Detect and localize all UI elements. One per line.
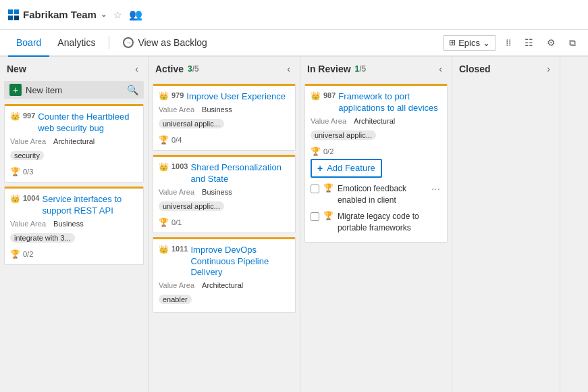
list-item: 🏆Migrate legacy code to portable framewo… [311, 208, 442, 237]
column-title-text-active: Active [155, 64, 184, 74]
crown-icon: 👑 [159, 91, 169, 101]
card-footer: 🏆0/2 [10, 249, 138, 259]
logo-icon [8, 9, 19, 20]
value-area-value: Business [53, 220, 84, 228]
new-item-bar: +New item🔍 [4, 81, 144, 99]
feature-item-text[interactable]: Migrate legacy code to portable framewor… [338, 211, 442, 234]
settings-columns-icon[interactable]: ⁞⁞ [502, 34, 515, 51]
gear-icon[interactable]: ⚙ [543, 34, 560, 51]
crown-icon: 👑 [311, 91, 321, 101]
trophy-icon: 🏆 [10, 167, 20, 176]
nav-board[interactable]: Board [8, 30, 49, 57]
value-area-label: Value Area [10, 137, 46, 145]
feature-checkbox[interactable] [311, 212, 319, 221]
column-collapse-active[interactable]: ‹ [284, 62, 293, 76]
card-tag[interactable]: integrate with 3... [10, 233, 75, 243]
trophy-score: 0/2 [323, 147, 333, 155]
value-area-value: Architectural [202, 281, 243, 289]
card-footer: 🏆0/4 [159, 135, 290, 145]
table-row: 👑1011Improve DevOps Continuous Pipeline … [153, 237, 296, 314]
add-feature-button[interactable]: +Add Feature [311, 159, 382, 178]
card-id: 1004 [23, 194, 39, 202]
column-header-new: New‹ [0, 57, 148, 81]
app-header: Fabrikam Team ⌄ ☆ 👥 [0, 0, 588, 30]
card-meta: Value Area Business [159, 188, 290, 196]
column-new: New‹+New item🔍👑997Counter the Heartbleed… [0, 57, 149, 392]
card-title[interactable]: Counter the Heartbleed web security bug [38, 112, 138, 134]
cards-area-active: 👑979Improve User ExperienceValue Area Bu… [149, 81, 300, 392]
table-row: 👑979Improve User ExperienceValue Area Bu… [153, 84, 296, 151]
value-area-value: Business [202, 105, 232, 114]
feature-item-text[interactable]: Emoticon feedback enabled in client [338, 183, 426, 206]
card-tag[interactable]: security [10, 151, 44, 160]
feature-trophy-icon: 🏆 [323, 183, 333, 193]
search-icon[interactable]: 🔍 [127, 84, 138, 95]
trophy-icon: 🏆 [10, 249, 20, 259]
new-item-label: New item [26, 85, 62, 95]
nav-view-as-backlog[interactable]: View as Backlog [115, 37, 215, 48]
card-title[interactable]: Improve DevOps Continuous Pipeline Deliv… [190, 245, 290, 279]
column-title-text-closed: Closed [459, 64, 491, 74]
card-title[interactable]: Service interfaces to support REST API [42, 194, 138, 217]
nav-analytics[interactable]: Analytics [49, 30, 103, 57]
user-icon[interactable]: 👥 [129, 8, 142, 21]
card-id: 1003 [171, 162, 188, 170]
column-title-active: Active3/5 [155, 64, 199, 74]
column-title-new: New [7, 64, 26, 74]
list-item: 🏆Emoticon feedback enabled in client··· [311, 180, 442, 209]
cards-area-closed [452, 81, 560, 392]
card-meta: Value Area Architectural [10, 137, 138, 145]
column-title-inreview: In Review1/5 [307, 64, 366, 74]
feature-checkbox[interactable] [311, 185, 319, 193]
crown-icon: 👑 [10, 112, 20, 121]
backlog-icon [123, 37, 134, 48]
add-feature-label: Add Feature [327, 163, 375, 173]
column-collapse-new[interactable]: ‹ [132, 62, 141, 76]
column-title-text-new: New [7, 64, 26, 74]
favorite-icon[interactable]: ☆ [113, 9, 122, 20]
more-options-icon[interactable]: ··· [430, 183, 442, 195]
team-logo[interactable]: Fabrikam Team ⌄ [8, 9, 107, 20]
card-title[interactable]: Shared Personalization and State [190, 162, 290, 185]
card-title[interactable]: Framework to port applications to all de… [338, 91, 442, 114]
value-area-label: Value Area [159, 281, 194, 289]
card-header-1003: 👑1003Shared Personalization and State [159, 162, 290, 185]
toolbar-right: ⊞ Epics ⌄ ⁞⁞ ☷ ⚙ ⧉ [443, 34, 580, 51]
plus-icon: + [9, 84, 22, 96]
table-row: 👑997Counter the Heartbleed web security … [4, 104, 144, 182]
card-tag[interactable]: universal applic... [311, 130, 376, 140]
value-area-label: Value Area [311, 117, 346, 125]
epics-button[interactable]: ⊞ Epics ⌄ [443, 35, 496, 51]
column-title-text-inreview: In Review [307, 64, 351, 74]
column-collapse-closed[interactable]: › [544, 62, 553, 76]
column-header-active: Active3/5‹ [149, 57, 300, 81]
card-title[interactable]: Improve User Experience [186, 91, 286, 103]
table-row: 👑987Framework to port applications to al… [304, 84, 448, 243]
navigation-bar: Board Analytics View as Backlog ⊞ Epics … [0, 30, 588, 57]
trophy-score: 0/2 [23, 250, 33, 258]
card-tag[interactable]: universal applic... [159, 119, 224, 128]
expand-icon[interactable]: ⧉ [565, 34, 580, 51]
column-count-active: 3/5 [188, 64, 199, 74]
card-footer: 🏆0/1 [159, 218, 290, 227]
column-collapse-inreview[interactable]: ‹ [436, 62, 445, 76]
table-row: 👑1003Shared Personalization and StateVal… [153, 155, 296, 233]
value-area-label: Value Area [159, 188, 194, 196]
card-id: 987 [323, 91, 336, 99]
column-closed: Closed› [452, 57, 560, 392]
card-tag[interactable]: universal applic... [159, 201, 224, 211]
filter-icon[interactable]: ☷ [520, 34, 537, 51]
new-item-button[interactable]: +New item [9, 84, 62, 96]
crown-icon: 👑 [159, 162, 169, 172]
card-tag[interactable]: enabler [159, 295, 192, 304]
kanban-board: New‹+New item🔍👑997Counter the Heartbleed… [0, 57, 588, 392]
card-header-1011: 👑1011Improve DevOps Continuous Pipeline … [159, 245, 290, 279]
column-title-closed: Closed [459, 64, 491, 74]
cards-area-new: 👑997Counter the Heartbleed web security … [0, 101, 148, 392]
chevron-down-icon[interactable]: ⌄ [101, 10, 107, 19]
nav-separator [109, 36, 109, 49]
team-name: Fabrikam Team [23, 9, 97, 20]
card-meta: Value Area Architectural [311, 117, 442, 125]
column-header-closed: Closed› [452, 57, 560, 81]
card-id: 979 [171, 91, 184, 99]
